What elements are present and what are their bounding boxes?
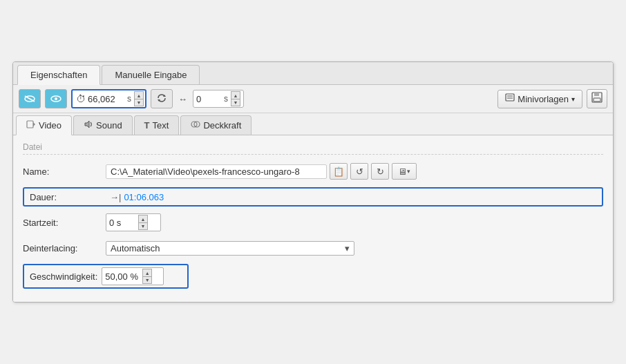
top-tab-bar: Eigenschaften Manuelle Eingabe <box>13 62 613 85</box>
name-row: Name: C:\A_Material\Video\pexels-frances… <box>23 162 603 181</box>
sub-tab-bar: Video Sound T Text Deckkraft <box>13 113 613 135</box>
deinterlacing-select[interactable]: Automatisch ▾ <box>106 241 354 256</box>
startzeit-label: Startzeit: <box>23 218 106 228</box>
time-input[interactable] <box>88 94 126 104</box>
arrow-right-icon: ↔ <box>177 94 189 104</box>
dauer-value: 01:06.063 <box>124 192 164 202</box>
minivorlagen-dropdown-icon: ▾ <box>571 95 575 103</box>
tab-eigenschaften[interactable]: Eigenschaften <box>17 65 100 85</box>
tab-manuelle-eingabe[interactable]: Manuelle Eingabe <box>102 65 200 84</box>
tab-sound[interactable]: Sound <box>73 115 133 135</box>
deinterlacing-value-area: Automatisch ▾ <box>106 241 603 256</box>
startzeit-spin-buttons: ▲ ▼ <box>138 215 148 230</box>
tab-sound-label: Sound <box>96 120 122 131</box>
rotate-left-icon: ↺ <box>356 166 363 177</box>
monitor-icon: 🖥 <box>398 166 407 177</box>
time-spin-buttons: ▲ ▼ <box>134 91 144 106</box>
time-spin-down[interactable]: ▼ <box>134 99 144 106</box>
tab-deckkraft[interactable]: Deckkraft <box>180 115 252 135</box>
geschwindigkeit-label: Geschwindigkeit: <box>30 271 97 282</box>
tab-video-label: Video <box>39 120 61 131</box>
svg-rect-5 <box>506 94 514 101</box>
sync-icon <box>156 93 167 106</box>
deckkraft-tab-icon <box>191 119 200 131</box>
svg-rect-10 <box>594 98 600 102</box>
duration-spin-buttons: ▲ ▼ <box>231 91 240 106</box>
tab-text[interactable]: T Text <box>134 115 180 135</box>
rotate-right-icon: ↻ <box>377 166 384 177</box>
startzeit-input-group: ▲ ▼ <box>106 213 161 231</box>
svg-marker-12 <box>33 122 35 126</box>
eye-open-icon <box>50 93 62 105</box>
duration-spin-down[interactable]: ▼ <box>231 99 240 106</box>
sync-icon-button[interactable] <box>151 89 173 108</box>
name-path: C:\A_Material\Video\pexels-francesco-ung… <box>111 166 300 177</box>
name-value-area: C:\A_Material\Video\pexels-francesco-ung… <box>106 163 603 180</box>
rotate-left-button[interactable]: ↺ <box>350 163 368 180</box>
startzeit-spin-up[interactable]: ▲ <box>138 215 148 222</box>
tab-text-label: Text <box>153 120 169 131</box>
name-label: Name: <box>23 166 106 177</box>
duration-spin-up[interactable]: ▲ <box>231 91 240 99</box>
minivorlagen-button[interactable]: Minivorlagen ▾ <box>497 90 582 108</box>
minivorlagen-icon <box>505 93 515 105</box>
geschwindigkeit-input[interactable] <box>105 271 141 282</box>
duration-input-group: s ▲ ▼ <box>193 90 244 108</box>
dauer-arrow-icon: →| <box>110 192 121 202</box>
svg-marker-13 <box>85 121 89 128</box>
startzeit-spin-down[interactable]: ▼ <box>138 222 148 230</box>
geschwindigkeit-spin-buttons: ▲ ▼ <box>142 269 152 284</box>
monitor-dropdown-icon: ▾ <box>407 168 410 175</box>
deinterlacing-value: Automatisch <box>111 243 160 253</box>
svg-rect-9 <box>594 93 599 96</box>
startzeit-row: Startzeit: ▲ ▼ <box>23 213 603 232</box>
tab-video[interactable]: Video <box>16 115 72 135</box>
dauer-label: Dauer: <box>30 192 110 202</box>
copy-icon: 📋 <box>333 166 344 177</box>
geschwindigkeit-row: Geschwindigkeit: ▲ ▼ <box>23 264 189 289</box>
rotate-right-button[interactable]: ↻ <box>371 163 389 180</box>
content-area: Datei Name: C:\A_Material\Video\pexels-f… <box>13 135 613 302</box>
clock-icon: ⏱ <box>74 93 88 104</box>
section-datei-title: Datei <box>23 142 603 155</box>
copy-path-button[interactable]: 📋 <box>330 163 348 180</box>
monitor-dropdown-button[interactable]: 🖥 ▾ <box>392 163 417 180</box>
geschwindigkeit-spin-down[interactable]: ▼ <box>142 276 152 284</box>
time-input-group: ⏱ s ▲ ▼ <box>71 89 146 108</box>
dauer-row: Dauer: →| 01:06.063 <box>23 187 603 207</box>
save-button[interactable] <box>587 89 607 108</box>
text-tab-icon: T <box>144 120 150 131</box>
eye-open-button[interactable] <box>45 89 67 108</box>
video-tab-icon <box>26 119 36 131</box>
time-unit-label: s <box>126 94 133 104</box>
time-spin-up[interactable]: ▲ <box>134 91 144 99</box>
main-panel: Eigenschaften Manuelle Eingabe <box>12 61 614 303</box>
geschwindigkeit-input-group: ▲ ▼ <box>102 267 164 285</box>
startzeit-input[interactable] <box>109 218 137 228</box>
startzeit-value-area: ▲ ▼ <box>106 213 603 231</box>
geschwindigkeit-spin-up[interactable]: ▲ <box>142 269 152 276</box>
deinterlacing-label: Deinterlacing: <box>23 243 106 253</box>
duration-unit-label: s <box>222 94 229 104</box>
toolbar: ⏱ s ▲ ▼ ↔ s ▲ ▼ <box>13 85 613 113</box>
eye-closed-icon <box>23 93 36 105</box>
sound-tab-icon <box>84 119 93 131</box>
deinterlacing-row: Deinterlacing: Automatisch ▾ <box>23 238 603 258</box>
eye-closed-button[interactable] <box>19 89 41 108</box>
tab-deckkraft-label: Deckkraft <box>203 120 241 131</box>
svg-point-2 <box>55 97 57 100</box>
name-input[interactable]: C:\A_Material\Video\pexels-francesco-ung… <box>106 164 327 179</box>
deinterlacing-dropdown-icon: ▾ <box>345 243 350 253</box>
minivorlagen-label: Minivorlagen <box>518 94 569 104</box>
svg-rect-11 <box>27 121 33 128</box>
duration-input[interactable] <box>196 94 222 104</box>
save-icon <box>591 92 603 106</box>
